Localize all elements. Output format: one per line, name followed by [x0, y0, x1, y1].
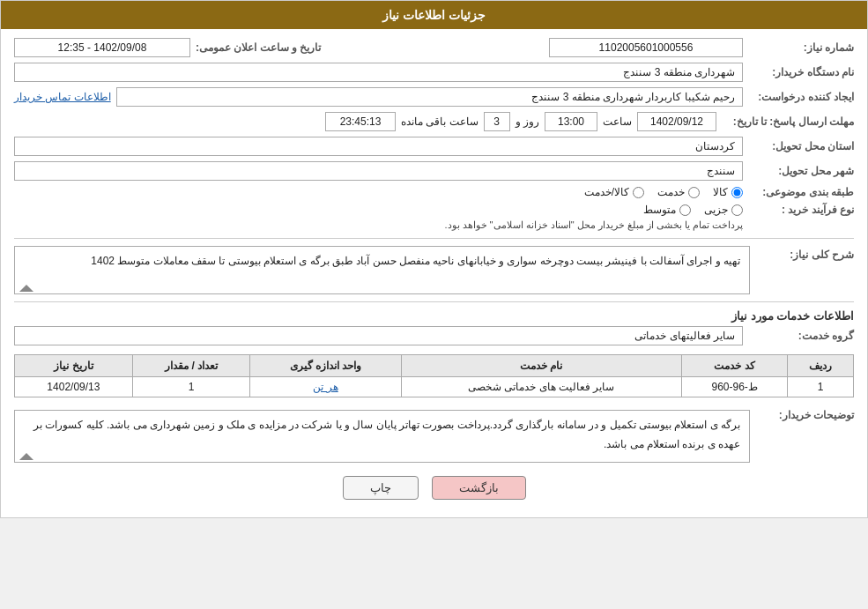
tarikh-saat-label: تاریخ و ساعت اعلان عمومی: [196, 41, 321, 54]
group-khadamat-value: سایر فعالیتهای خدماتی [14, 326, 743, 345]
khadamat-table-section: ردیف کد خدمت نام خدمت واحد اندازه گیری ت… [14, 354, 854, 397]
tabaqe-khadamat-radio[interactable] [688, 187, 700, 198]
nav-jozii-radio[interactable] [731, 204, 743, 216]
col-vahed: واحد اندازه گیری [250, 355, 401, 377]
ostan-label: استان محل تحویل: [748, 140, 854, 152]
shahr-value: سنندج [14, 161, 743, 181]
cell-radif: 1 [788, 377, 854, 397]
name-dastgah-label: نام دستگاه خریدار: [748, 66, 854, 78]
tabaqe-kala-radio[interactable] [731, 187, 743, 198]
mohlat-label: مهلت ارسال پاسخ: تا تاریخ: [722, 115, 854, 128]
ijad-value: رحیم شکیبا کاربردار شهرداری منطقه 3 سنند… [116, 87, 743, 107]
nav-faraaind-row: نوع فرآیند خرید : جزیی متوسط پرداخت تمام… [14, 204, 854, 231]
sharh-row: شرح کلی نیاز: تهیه و اجرای آسفالت با فین… [14, 246, 854, 294]
towzih-label: توضیحات خریدار: [757, 406, 854, 421]
nav-faraaind-radio-group: جزیی متوسط [14, 204, 743, 216]
towzih-notes: برگه ی استعلام بیوستی تکمیل و در سامانه … [14, 410, 750, 463]
bottom-buttons: بازگشت چاپ [14, 476, 854, 500]
col-kod: کد خدمت [681, 355, 787, 377]
divider-1 [14, 238, 854, 239]
page-container: جزئیات اطلاعات نیاز شماره نیاز: 11020056… [0, 0, 868, 518]
tarikh-saat-value: 1402/09/08 - 12:35 [14, 38, 190, 57]
tabaqe-kala-khadamat-radio[interactable] [633, 187, 644, 198]
cell-name: سایر فعالیت های خدماتی شخصی [401, 377, 681, 397]
khadamat-title: اطلاعات خدمات مورد نیاز [14, 309, 854, 323]
nav-jozii-label: جزیی [704, 204, 728, 216]
mohlat-date-time: 1402/09/12 ساعت 13:00 روز و 3 ساعت باقی … [14, 112, 716, 131]
mohlat-rooz-label: روز و [516, 115, 539, 128]
name-dastgah-value: شهرداری منطقه 3 سنندج [14, 63, 743, 82]
col-tarikh: تاریخ نیاز [15, 355, 133, 377]
mohlat-baghimande-label: ساعت باقی مانده [401, 115, 479, 128]
page-header: جزئیات اطلاعات نیاز [1, 1, 867, 29]
shomara-niaz-label: شماره نیاز: [748, 41, 854, 54]
cell-tarikh: 1402/09/13 [15, 377, 133, 397]
mohlat-saat-label: ساعت [603, 115, 632, 128]
nav-faraaind-note: پرداخت تمام یا بخشی از مبلغ خریدار محل "… [14, 219, 743, 231]
sharh-label: شرح کلی نیاز: [757, 246, 854, 261]
name-dastgah-row: نام دستگاه خریدار: شهرداری منطقه 3 سنندج [14, 63, 854, 82]
nav-faraaind-content: جزیی متوسط پرداخت تمام یا بخشی از مبلغ خ… [14, 204, 743, 231]
nav-mottavas-label: متوسط [643, 204, 676, 216]
col-name: نام خدمت [401, 355, 681, 377]
col-radif: ردیف [788, 355, 854, 377]
tabaqe-khadamat-label: خدمت [657, 186, 685, 198]
ijad-row: ایجاد کننده درخواست: رحیم شکیبا کاربردار… [14, 87, 854, 107]
tabaqe-kala-khadamat-label: کالا/خدمت [584, 186, 629, 198]
nav-jozii[interactable]: جزیی [704, 204, 743, 216]
page-title: جزئیات اطلاعات نیاز [382, 8, 486, 22]
mohlat-remaining: 23:45:13 [325, 112, 396, 131]
towzih-row: توضیحات خریدار: برگه ی استعلام بیوستی تک… [14, 406, 854, 463]
towzih-content: برگه ی استعلام بیوستی تکمیل و در سامانه … [14, 406, 750, 463]
back-button[interactable]: بازگشت [432, 476, 526, 500]
tabaqe-kala[interactable]: کالا [713, 186, 743, 198]
sharh-content: تهیه و اجرای آسفالت با فینیشر بیست دوچرخ… [14, 246, 750, 294]
ijad-label: ایجاد کننده درخواست: [748, 91, 854, 103]
ostan-value: کردستان [14, 137, 743, 156]
mohlat-saat: 13:00 [545, 112, 597, 131]
group-khadamat-label: گروه خدمت: [748, 330, 854, 342]
shomara-niaz-value: 1102005601000556 [549, 38, 743, 57]
group-khadamat-row: گروه خدمت: سایر فعالیتهای خدماتی [14, 326, 854, 345]
tabaqe-label: طبقه بندی موضوعی: [748, 186, 854, 198]
ostan-row: استان محل تحویل: کردستان [14, 137, 854, 156]
nav-mottavas-radio[interactable] [679, 204, 691, 216]
sharh-description: تهیه و اجرای آسفالت با فینیشر بیست دوچرخ… [14, 246, 750, 294]
cell-vahed[interactable]: هر تن [250, 377, 401, 397]
shahr-label: شهر محل تحویل: [748, 165, 854, 177]
nav-mottavas[interactable]: متوسط [643, 204, 691, 216]
ijad-link[interactable]: اطلاعات تماس خریدار [14, 91, 111, 103]
tabaqe-radio-group: کالا خدمت کالا/خدمت [584, 186, 743, 198]
table-row: 1 ط-96-960 سایر فعالیت های خدماتی شخصی ه… [15, 377, 854, 397]
shomara-niaz-row: شماره نیاز: 1102005601000556 تاریخ و ساع… [14, 38, 854, 57]
col-tedad: تعداد / مقدار [132, 355, 250, 377]
print-button[interactable]: چاپ [343, 476, 419, 500]
shahr-row: شهر محل تحویل: سنندج [14, 161, 854, 181]
khadamat-table: ردیف کد خدمت نام خدمت واحد اندازه گیری ت… [14, 354, 854, 397]
tabaqe-row: طبقه بندی موضوعی: کالا خدمت کالا/خدمت [14, 186, 854, 198]
nav-faraaind-label: نوع فرآیند خرید : [748, 204, 854, 216]
main-content: شماره نیاز: 1102005601000556 تاریخ و ساع… [1, 29, 867, 517]
tabaqe-kala-khadamat[interactable]: کالا/خدمت [584, 186, 644, 198]
cell-tedad: 1 [132, 377, 250, 397]
mohlat-rooz: 3 [484, 112, 510, 131]
mohlat-date: 1402/09/12 [637, 112, 716, 131]
divider-2 [14, 301, 854, 302]
tabaqe-khadamat[interactable]: خدمت [657, 186, 700, 198]
mohlat-row: مهلت ارسال پاسخ: تا تاریخ: 1402/09/12 سا… [14, 112, 854, 131]
cell-kod: ط-96-960 [681, 377, 787, 397]
tabaqe-kala-label: کالا [713, 186, 728, 198]
